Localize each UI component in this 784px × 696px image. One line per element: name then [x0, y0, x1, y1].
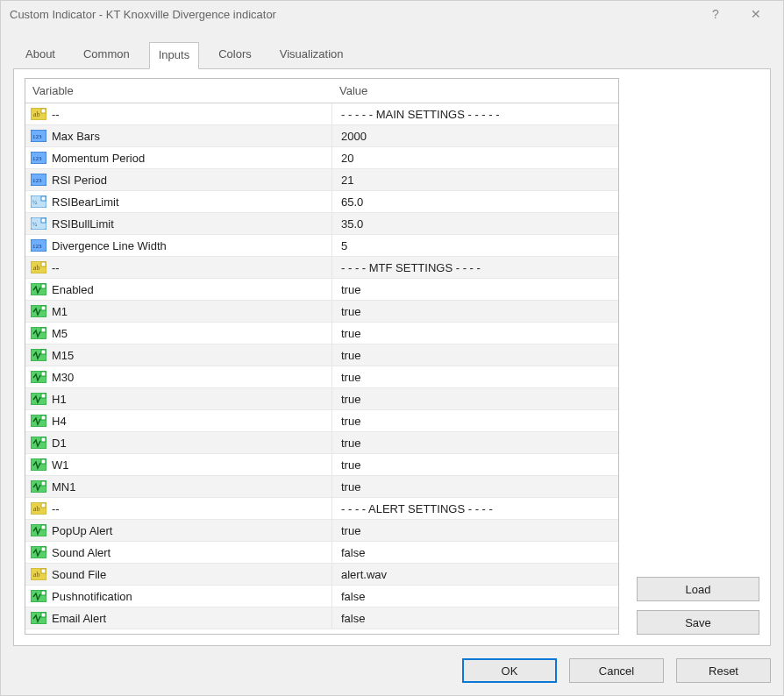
table-row[interactable]: Divergence Line Width5 [25, 235, 618, 257]
variable-cell: -- [25, 498, 332, 519]
table-row[interactable]: D1true [25, 432, 618, 454]
save-button[interactable]: Save [637, 610, 759, 635]
table-row[interactable]: RSIBearLimit65.0 [25, 191, 618, 213]
tab-inputs[interactable]: Inputs [149, 42, 199, 69]
variable-cell: Enabled [25, 279, 332, 300]
table-row[interactable]: W1true [25, 454, 618, 476]
title-bar: Custom Indicator - KT Knoxville Divergen… [1, 1, 783, 27]
table-row[interactable]: M30true [25, 366, 618, 388]
value-cell[interactable]: true [332, 323, 618, 344]
integer-type-icon [31, 174, 46, 186]
boolean-type-icon [31, 437, 46, 449]
table-row[interactable]: H1true [25, 388, 618, 410]
variable-name: H1 [52, 393, 67, 406]
table-row[interactable]: RSIBullLimit35.0 [25, 213, 618, 235]
integer-type-icon [31, 239, 46, 252]
table-row[interactable]: M5true [25, 323, 618, 344]
boolean-type-icon [31, 480, 46, 493]
value-cell[interactable]: true [332, 476, 618, 497]
integer-type-icon [31, 130, 46, 142]
help-button[interactable]: ? [695, 7, 736, 21]
col-header-value[interactable]: Value [332, 79, 618, 103]
boolean-type-icon [31, 612, 46, 624]
string-type-icon [31, 502, 46, 515]
table-row[interactable]: Sound Alertfalse [25, 542, 618, 564]
value-cell[interactable]: true [332, 344, 618, 366]
variable-name: MN1 [52, 480, 75, 494]
value-cell[interactable]: 20 [332, 147, 618, 168]
table-row[interactable]: Pushnotificationfalse [25, 586, 618, 607]
tab-common[interactable]: Common [75, 42, 139, 69]
value-cell[interactable]: alert.wav [332, 564, 618, 585]
table-row[interactable]: Max Bars2000 [25, 125, 618, 147]
value-cell[interactable]: true [332, 279, 618, 300]
value-cell[interactable]: - - - - ALERT SETTINGS - - - - [332, 498, 618, 519]
tab-about[interactable]: About [17, 42, 64, 69]
boolean-type-icon [31, 371, 46, 383]
variable-name: RSIBullLimit [52, 217, 114, 231]
variable-cell: Sound Alert [25, 542, 332, 563]
variable-cell: RSIBullLimit [25, 213, 332, 234]
value-cell[interactable]: 2000 [332, 125, 618, 146]
value-cell[interactable]: false [332, 607, 618, 629]
col-header-variable[interactable]: Variable [25, 79, 332, 103]
table-row[interactable]: M1true [25, 301, 618, 323]
table-row[interactable]: --- - - - - MAIN SETTINGS - - - - - [25, 103, 618, 125]
dialog-window: Custom Indicator - KT Knoxville Divergen… [0, 0, 784, 696]
boolean-type-icon [31, 349, 46, 361]
ok-button[interactable]: OK [462, 658, 557, 683]
value-cell[interactable]: 21 [332, 169, 618, 190]
variable-name: PopUp Alert [52, 524, 112, 537]
integer-type-icon [31, 152, 46, 164]
table-row[interactable]: Momentum Period20 [25, 147, 618, 169]
boolean-type-icon [31, 458, 46, 471]
value-cell[interactable]: true [332, 454, 618, 475]
value-cell[interactable]: - - - - - MAIN SETTINGS - - - - - [332, 103, 618, 124]
value-cell[interactable]: - - - - MTF SETTINGS - - - - [332, 257, 618, 278]
variable-name: Max Bars [52, 130, 100, 143]
cancel-button[interactable]: Cancel [569, 658, 664, 683]
variable-cell: D1 [25, 432, 332, 453]
value-cell[interactable]: true [332, 432, 618, 453]
table-row[interactable]: RSI Period21 [25, 169, 618, 191]
tab-strip: About Common Inputs Colors Visualization [13, 42, 771, 69]
double-type-icon [31, 195, 46, 208]
value-cell[interactable]: true [332, 388, 618, 409]
variable-cell: Divergence Line Width [25, 235, 332, 256]
variable-cell: H1 [25, 388, 332, 409]
value-cell[interactable]: true [332, 520, 618, 541]
variable-name: Momentum Period [52, 152, 145, 165]
value-cell[interactable]: false [332, 542, 618, 563]
value-cell[interactable]: 65.0 [332, 191, 618, 212]
variable-cell: MN1 [25, 476, 332, 497]
load-button[interactable]: Load [637, 577, 759, 601]
variable-cell: M15 [25, 344, 332, 366]
value-cell[interactable]: 35.0 [332, 213, 618, 234]
variable-name: Pushnotification [52, 590, 132, 603]
table-header: Variable Value [25, 79, 618, 103]
table-row[interactable]: Sound Filealert.wav [25, 564, 618, 586]
value-cell[interactable]: true [332, 366, 618, 387]
tab-colors[interactable]: Colors [210, 42, 260, 69]
table-row[interactable]: Email Alertfalse [25, 607, 618, 629]
value-cell[interactable]: false [332, 586, 618, 607]
double-type-icon [31, 217, 46, 230]
variable-name: M1 [52, 305, 68, 318]
value-cell[interactable]: true [332, 410, 618, 431]
boolean-type-icon [31, 283, 46, 295]
table-row[interactable]: Enabledtrue [25, 279, 618, 301]
table-row[interactable]: PopUp Alerttrue [25, 520, 618, 542]
table-row[interactable]: --- - - - ALERT SETTINGS - - - - [25, 498, 618, 520]
variable-name: -- [52, 108, 60, 121]
variable-name: D1 [52, 437, 67, 450]
reset-button[interactable]: Reset [676, 658, 771, 683]
value-cell[interactable]: 5 [332, 235, 618, 256]
table-row[interactable]: MN1true [25, 476, 618, 498]
table-row[interactable]: --- - - - MTF SETTINGS - - - - [25, 257, 618, 279]
table-row[interactable]: M15true [25, 344, 618, 366]
close-button[interactable]: ✕ [736, 7, 776, 21]
value-cell[interactable]: true [332, 301, 618, 322]
variable-cell: -- [25, 103, 332, 124]
table-row[interactable]: H4true [25, 410, 618, 432]
tab-visualization[interactable]: Visualization [271, 42, 353, 69]
